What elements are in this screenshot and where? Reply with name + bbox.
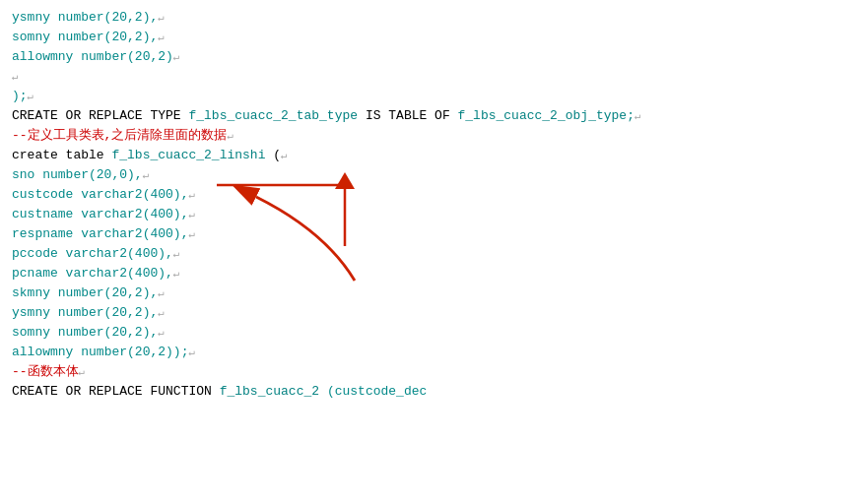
- code-token: ysmny: [12, 305, 50, 320]
- code-token: somny: [12, 30, 50, 44]
- code-token: ↵: [188, 189, 195, 201]
- code-token: create table: [12, 148, 104, 162]
- code-token: number(20,2));: [73, 345, 188, 359]
- code-token: ↵: [28, 91, 34, 102]
- code-token: ↵: [227, 130, 233, 142]
- code-line: ysmny number(20,2),↵: [12, 8, 855, 28]
- code-token: ↵: [158, 12, 165, 24]
- code-token: pcname: [12, 266, 58, 281]
- code-token: varchar2(400),: [73, 226, 188, 241]
- code-token: skmny: [12, 285, 50, 300]
- code-token: ↵: [173, 248, 180, 260]
- code-token: CREATE OR REPLACE FUNCTION: [12, 384, 212, 399]
- code-line: allowmny number(20,2));↵: [12, 343, 855, 362]
- code-token: (: [273, 148, 281, 162]
- code-token: f_lbs_cuacc_2_obj_type;: [450, 108, 634, 123]
- code-token: number(20,2),: [50, 305, 158, 320]
- code-token: ↵: [173, 268, 180, 280]
- code-token: custcode: [12, 187, 73, 202]
- code-line: somny number(20,2),↵: [12, 28, 855, 47]
- code-token: --函数本体: [12, 364, 79, 379]
- code-token: ↵: [281, 150, 288, 161]
- code-token: f_lbs_cuacc_2_tab_type: [181, 108, 366, 123]
- code-token: respname: [12, 226, 73, 241]
- code-line: CREATE OR REPLACE TYPE f_lbs_cuacc_2_tab…: [12, 106, 855, 126]
- code-token: ↵: [188, 228, 195, 240]
- code-token: sno: [12, 167, 34, 182]
- code-line: respname varchar2(400),↵: [12, 224, 855, 244]
- code-token: ↵: [143, 169, 150, 181]
- code-token: CREATE OR REPLACE TYPE: [12, 108, 181, 123]
- code-token: number(20,2),: [50, 10, 158, 25]
- code-token: allowmny: [12, 49, 73, 64]
- code-token: varchar2(400),: [73, 207, 188, 221]
- code-line: custcode varchar2(400),↵: [12, 185, 855, 205]
- code-line: CREATE OR REPLACE FUNCTION f_lbs_cuacc_2…: [12, 382, 855, 402]
- code-token: (custcode_dec: [327, 384, 427, 399]
- code-token: ↵: [158, 32, 165, 43]
- code-line: --定义工具类表,之后清除里面的数据↵: [12, 126, 855, 146]
- code-token: ↵: [634, 110, 641, 122]
- code-token: number(20,2),: [50, 30, 158, 44]
- code-token: number(20,2),: [50, 285, 158, 300]
- code-token: number(20,0),: [34, 167, 142, 182]
- code-line: ysmny number(20,2),↵: [12, 303, 855, 323]
- code-line: --函数本体↵: [12, 362, 855, 382]
- code-token: );: [12, 89, 28, 103]
- code-token: --定义工具类表,之后清除里面的数据: [12, 128, 227, 143]
- code-line: pccode varchar2(400),↵: [12, 244, 855, 264]
- code-token: ↵: [79, 366, 86, 378]
- code-token: varchar2(400),: [58, 246, 173, 261]
- code-line: ↵: [12, 67, 855, 87]
- code-line: create table f_lbs_cuacc_2_linshi (↵: [12, 146, 855, 165]
- code-line: custname varchar2(400),↵: [12, 205, 855, 224]
- code-token: ↵: [188, 346, 195, 358]
- code-token: ↵: [158, 327, 165, 339]
- code-editor: ysmny number(20,2),↵somny number(20,2),↵…: [0, 0, 867, 504]
- code-token: custname: [12, 207, 73, 221]
- code-token: f_lbs_cuacc_2_linshi: [104, 148, 274, 162]
- code-token: ↵: [173, 51, 180, 63]
- code-token: ↵: [188, 209, 195, 220]
- code-line: );↵: [12, 87, 855, 106]
- code-token: ↵: [158, 307, 165, 319]
- code-token: number(20,2),: [50, 325, 158, 340]
- code-line: skmny number(20,2),↵: [12, 284, 855, 303]
- code-line: sno number(20,0),↵: [12, 165, 855, 185]
- code-line: allowmny number(20,2)↵: [12, 47, 855, 67]
- code-line: pcname varchar2(400),↵: [12, 264, 855, 284]
- code-token: ↵: [12, 71, 19, 83]
- code-line: somny number(20,2),↵: [12, 323, 855, 343]
- code-token: ↵: [158, 287, 165, 299]
- code-token: f_lbs_cuacc_2: [212, 384, 327, 399]
- code-token: IS TABLE OF: [366, 108, 450, 123]
- code-token: number(20,2): [73, 49, 172, 64]
- code-token: varchar2(400),: [58, 266, 173, 281]
- code-token: pccode: [12, 246, 58, 261]
- code-token: ysmny: [12, 10, 50, 25]
- code-lines: ysmny number(20,2),↵somny number(20,2),↵…: [12, 8, 855, 402]
- code-token: allowmny: [12, 345, 73, 359]
- code-token: somny: [12, 325, 50, 340]
- code-token: varchar2(400),: [73, 187, 188, 202]
